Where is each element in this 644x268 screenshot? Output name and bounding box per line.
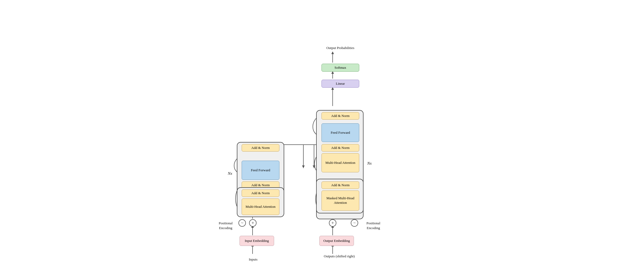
decoder-feed-forward: Feed Forward <box>321 123 359 142</box>
encoder-add-norm-2: Add & Norm <box>242 144 279 152</box>
positional-encoding-left-label: Positional Encoding <box>215 221 236 230</box>
svg-marker-45 <box>313 165 315 168</box>
output-embedding-box: Output Embedding <box>319 236 354 246</box>
decoder-add-norm-top: Add & Norm <box>321 112 359 120</box>
decoder-multi-head: Multi-Head Attention <box>321 153 359 172</box>
nx-decoder-label: Nx <box>367 161 372 166</box>
encoder-plus-circle: + <box>249 219 257 227</box>
positional-encoding-right-circle: ~ <box>351 219 358 227</box>
decoder-add-norm-3: Add & Norm <box>321 181 359 189</box>
decoder-add-norm-2: Add & Norm <box>321 144 359 152</box>
nx-encoder-label: Nx <box>228 171 232 176</box>
encoder-multi-head: Multi-Head Attention <box>242 198 279 215</box>
positional-encoding-left-circle: ~ <box>238 219 246 227</box>
encoder-add-norm-inner: Add & Norm <box>242 189 279 197</box>
svg-marker-44 <box>302 165 305 168</box>
linear-box: Linear <box>321 80 359 88</box>
encoder-feed-forward: Feed Forward <box>242 161 279 180</box>
svg-marker-35 <box>331 51 334 54</box>
output-probabilities-label: Output Probabilities <box>323 46 358 50</box>
diagram: Add & Norm Feed Forward Add & Norm Add &… <box>202 6 442 262</box>
softmax-box: Softmax <box>321 64 359 72</box>
positional-encoding-right-label: Positional Encoding <box>361 221 385 230</box>
decoder-plus-circle: + <box>329 219 336 227</box>
input-embedding-box: Input Embedding <box>240 236 274 246</box>
inputs-label: Inputs <box>249 257 258 262</box>
decoder-masked-multi-head: Masked Multi-Head Attention <box>321 190 359 211</box>
outputs-label: Outputs (shifted right) <box>323 254 355 259</box>
